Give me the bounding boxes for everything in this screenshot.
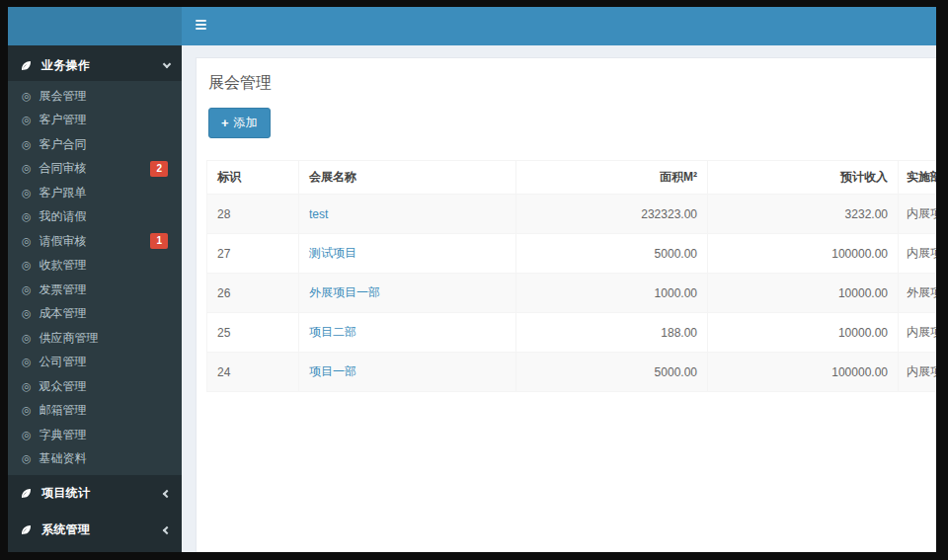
cell-income: 10000.00 [708, 274, 899, 313]
plus-icon: + [221, 119, 229, 128]
cell-id: 25 [207, 313, 299, 353]
table-row: 28 test 232323.00 3232.00 内展项目 [207, 195, 937, 234]
table-header-row: 标识 会展名称 面积M² 预计收入 实施部门 [207, 161, 937, 195]
col-area: 面积M² [516, 161, 708, 195]
table-body: 28 test 232323.00 3232.00 内展项目 27 测试项目 5… [207, 195, 937, 392]
cell-id: 27 [207, 234, 299, 274]
leaf-icon [20, 487, 33, 500]
cell-dept: 内展项目 [899, 313, 937, 353]
sidebar-section-label: 系统管理 [41, 521, 90, 538]
sidebar-menu-item[interactable]: ◎ 收款管理 [8, 254, 182, 279]
sidebar-submenu: ◎ 展会管理 ◎ 客户管理 ◎ 客户合同 ◎ 合同审核 2 ◎ 客户跟单 ◎ 我… [8, 81, 182, 475]
sidebar-section-label: 业务操作 [41, 57, 90, 74]
sidebar-item-label: 客户跟单 [40, 185, 87, 201]
sidebar-item-label: 合同审核 [40, 160, 87, 177]
exhibition-link[interactable]: 测试项目 [309, 246, 356, 260]
cell-name: 项目一部 [299, 353, 516, 392]
sidebar-menu-item[interactable]: ◎ 基础资料 [8, 447, 182, 472]
col-name: 会展名称 [299, 161, 516, 195]
sidebar-item-label: 收款管理 [40, 257, 87, 274]
add-button[interactable]: + 添加 [208, 108, 271, 138]
page-title: 展会管理 [208, 72, 926, 94]
add-button-label: 添加 [234, 115, 258, 131]
navbar [182, 7, 936, 45]
notification-badge: 1 [150, 233, 168, 249]
sidebar-toggle-button[interactable] [192, 16, 210, 36]
sidebar-item-label: 公司管理 [40, 354, 87, 370]
bullseye-icon: ◎ [22, 430, 32, 440]
screenshot-stage: 业务操作 ◎ 展会管理 ◎ 客户管理 ◎ 客户合同 ◎ 合同审核 2 ◎ 客户跟… [0, 0, 948, 560]
hamburger-icon [196, 20, 206, 30]
sidebar-menu-item[interactable]: ◎ 邮箱管理 [8, 399, 182, 424]
sidebar-item-label: 请假审核 [40, 233, 87, 250]
table-row: 27 测试项目 5000.00 100000.00 内展项目 [207, 234, 937, 274]
bullseye-icon: ◎ [22, 357, 32, 367]
sidebar-menu-item[interactable]: ◎ 字典管理 [8, 423, 182, 447]
sidebar-menu-item[interactable]: ◎ 客户管理 [8, 109, 182, 133]
chevron-down-icon [163, 59, 171, 67]
table-row: 25 项目二部 188.00 10000.00 内展项目 [207, 313, 937, 353]
sidebar-menu-item[interactable]: ◎ 我的请假 [8, 205, 182, 230]
exhibition-link[interactable]: 项目一部 [309, 364, 356, 378]
bullseye-icon: ◎ [22, 91, 32, 102]
sidebar-menu-item[interactable]: ◎ 展会管理 [8, 84, 182, 109]
sidebar-menu-item[interactable]: ◎ 成本管理 [8, 302, 182, 327]
sidebar-section-project-stats[interactable]: 项目统计 [8, 475, 182, 512]
cell-id: 28 [207, 195, 299, 234]
cell-dept: 内展项目 [899, 234, 937, 274]
cell-area: 5000.00 [516, 234, 708, 274]
table-row: 24 项目一部 5000.00 100000.00 内展项目 [207, 353, 937, 392]
exhibition-table: 标识 会展名称 面积M² 预计收入 实施部门 28 test 232323.00… [206, 160, 936, 392]
sidebar-item-label: 成本管理 [40, 305, 87, 322]
cell-dept: 外展项目 [899, 274, 937, 313]
leaf-icon [20, 523, 33, 536]
cell-income: 100000.00 [708, 353, 899, 392]
col-income: 预计收入 [708, 161, 899, 195]
bullseye-icon: ◎ [22, 211, 32, 222]
sidebar: 业务操作 ◎ 展会管理 ◎ 客户管理 ◎ 客户合同 ◎ 合同审核 2 ◎ 客户跟… [8, 45, 182, 552]
app-window: 业务操作 ◎ 展会管理 ◎ 客户管理 ◎ 客户合同 ◎ 合同审核 2 ◎ 客户跟… [8, 7, 936, 552]
bullseye-icon: ◎ [22, 163, 32, 174]
cell-income: 10000.00 [708, 313, 899, 353]
brand-area [8, 7, 182, 45]
sidebar-item-label: 观众管理 [40, 378, 87, 395]
sidebar-menu-item[interactable]: ◎ 请假审核 1 [8, 229, 182, 254]
body-row: 业务操作 ◎ 展会管理 ◎ 客户管理 ◎ 客户合同 ◎ 合同审核 2 ◎ 客户跟… [8, 45, 936, 552]
cell-dept: 内展项目 [899, 195, 937, 234]
sidebar-menu-item[interactable]: ◎ 客户合同 [8, 132, 182, 157]
sidebar-item-label: 基础资料 [40, 450, 87, 467]
bullseye-icon: ◎ [22, 405, 32, 416]
bullseye-icon: ◎ [22, 308, 32, 319]
cell-name: 外展项目一部 [299, 274, 516, 313]
bullseye-icon: ◎ [22, 236, 32, 247]
bullseye-icon: ◎ [22, 188, 32, 199]
sidebar-menu-item[interactable]: ◎ 客户跟单 [8, 181, 182, 205]
sidebar-section-system-mgmt[interactable]: 系统管理 [8, 512, 182, 548]
bullseye-icon: ◎ [22, 139, 32, 150]
sidebar-item-label: 发票管理 [40, 281, 87, 298]
sidebar-item-label: 展会管理 [40, 88, 87, 105]
notification-badge: 2 [150, 161, 168, 177]
sidebar-menu-item[interactable]: ◎ 供应商管理 [8, 326, 182, 351]
sidebar-menu-item[interactable]: ◎ 观众管理 [8, 374, 182, 399]
sidebar-menu-item[interactable]: ◎ 公司管理 [8, 351, 182, 375]
sidebar-item-label: 客户合同 [40, 136, 87, 153]
chevron-left-icon [163, 525, 171, 533]
sidebar-menu-item[interactable]: ◎ 合同审核 2 [8, 157, 182, 182]
chevron-left-icon [163, 489, 171, 497]
sidebar-item-label: 邮箱管理 [40, 402, 87, 419]
bullseye-icon: ◎ [22, 284, 32, 295]
cell-id: 26 [207, 274, 299, 313]
sidebar-menu-item[interactable]: ◎ 发票管理 [8, 278, 182, 302]
bullseye-icon: ◎ [22, 381, 32, 392]
bullseye-icon: ◎ [22, 333, 32, 344]
cell-id: 24 [207, 353, 299, 392]
cell-area: 1000.00 [516, 274, 708, 313]
top-navbar [8, 7, 936, 45]
sidebar-section-business-ops[interactable]: 业务操作 [8, 49, 182, 81]
exhibition-link[interactable]: 外展项目一部 [309, 285, 380, 299]
cell-name: test [299, 195, 516, 234]
leaf-icon [20, 59, 33, 72]
exhibition-link[interactable]: test [309, 207, 328, 221]
exhibition-link[interactable]: 项目二部 [309, 325, 356, 339]
